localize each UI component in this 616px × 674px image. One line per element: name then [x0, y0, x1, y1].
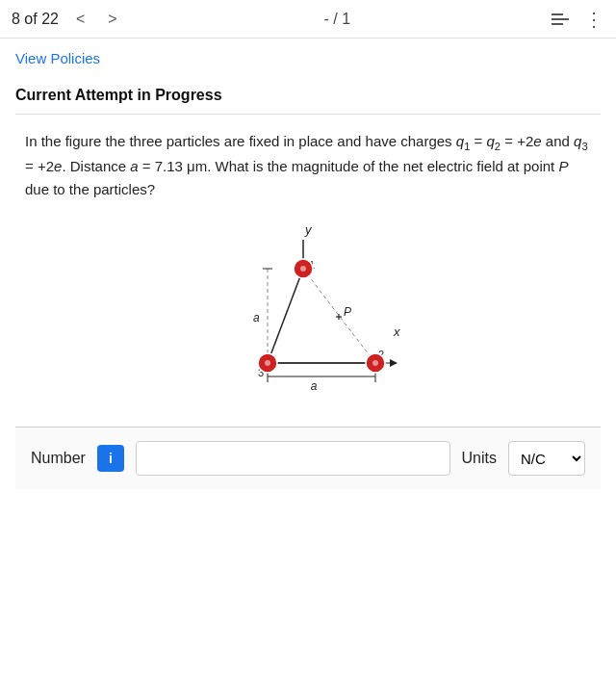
- progress-text: 8 of 22: [12, 11, 59, 28]
- a-label-left: a: [253, 311, 260, 324]
- y-axis-label: y: [304, 222, 313, 237]
- diagram-svg: y x a a: [197, 220, 419, 403]
- a-label-bottom: a: [311, 379, 318, 393]
- info-button[interactable]: i: [97, 445, 124, 472]
- line2: [552, 18, 569, 20]
- line3: [552, 23, 563, 25]
- header: 8 of 22 < > - / 1 ⋮: [0, 0, 616, 39]
- p-label: P: [344, 305, 351, 319]
- diagram-container: y x a a: [15, 220, 601, 403]
- units-select[interactable]: N/C kN/C MN/C GN/C: [508, 441, 585, 476]
- units-label: Units: [462, 450, 497, 467]
- number-label: Number: [31, 450, 86, 467]
- triangle-left: [268, 269, 303, 363]
- q1-highlight: [300, 266, 306, 272]
- number-input[interactable]: [136, 441, 450, 476]
- main-content: Current Attempt in Progress In the figur…: [0, 75, 616, 489]
- more-options-icon[interactable]: ⋮: [584, 8, 604, 31]
- x-axis-label: x: [393, 324, 400, 339]
- q2-highlight: [372, 360, 378, 366]
- h-axis-arrow: [390, 359, 398, 367]
- question-body: In the figure the three particles are fi…: [15, 130, 601, 201]
- q3-highlight: [265, 360, 270, 366]
- view-policies-link[interactable]: View Policies: [15, 50, 100, 66]
- view-policies-section: View Policies: [0, 39, 616, 75]
- header-right: ⋮: [552, 8, 604, 31]
- section-title: Current Attempt in Progress: [15, 87, 601, 115]
- lines-menu-icon[interactable]: [552, 13, 569, 25]
- next-button[interactable]: >: [102, 9, 122, 30]
- line1: [552, 13, 563, 15]
- charge-math: q1 = q2 = +2e and q3 = +2e: [25, 133, 588, 174]
- prev-button[interactable]: <: [70, 9, 90, 30]
- answer-row: Number i Units N/C kN/C MN/C GN/C: [15, 427, 601, 489]
- score-display: - / 1: [324, 11, 351, 28]
- header-left: 8 of 22 < >: [12, 9, 123, 30]
